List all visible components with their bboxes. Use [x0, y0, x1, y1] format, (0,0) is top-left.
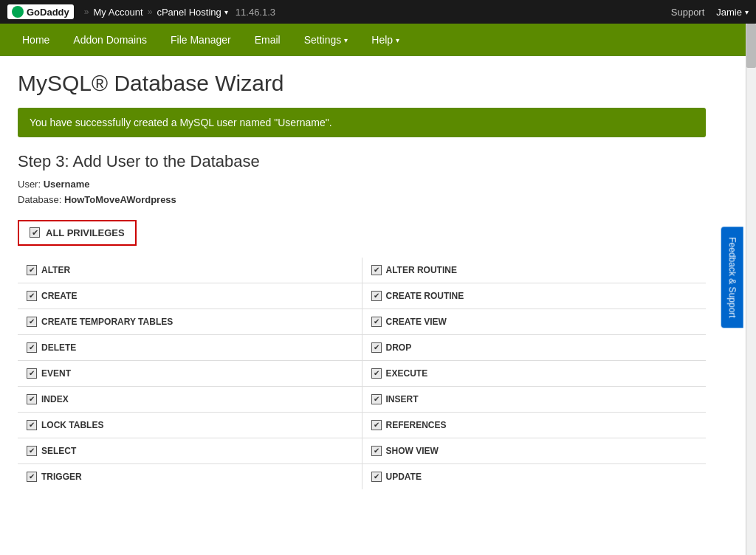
priv-label-right-8: UPDATE: [386, 472, 422, 482]
cpanel-hosting-label: cPanel Hosting: [157, 7, 221, 18]
success-banner: You have successfully created a MySQL us…: [18, 108, 706, 137]
privileges-table: ✔ ALTER ✔ ALTER ROUTINE ✔ CREATE ✔ CREAT…: [18, 258, 706, 489]
priv-label-left-7: SELECT: [41, 446, 76, 456]
priv-checkbox-right-5[interactable]: ✔: [371, 394, 382, 404]
priv-label-right-2: CREATE VIEW: [386, 317, 447, 327]
all-privileges-checkbox-box[interactable]: ✔ ALL PRIVILEGES: [18, 220, 137, 246]
nav-help-label: Help: [371, 34, 393, 46]
priv-checkbox-left-5[interactable]: ✔: [27, 394, 37, 404]
nav-help[interactable]: Help ▾: [361, 28, 410, 52]
privilege-cell-left[interactable]: ✔ ALTER: [18, 258, 362, 283]
privilege-row: ✔ DELETE ✔ DROP: [18, 335, 706, 361]
privilege-cell-left[interactable]: ✔ LOCK TABLES: [18, 413, 362, 438]
priv-checkbox-left-2[interactable]: ✔: [27, 317, 37, 327]
privilege-cell-left[interactable]: ✔ DELETE: [18, 335, 362, 360]
privilege-cell-right[interactable]: ✔ REFERENCES: [362, 413, 707, 438]
priv-label-left-1: CREATE: [41, 291, 77, 301]
scrollbar-thumb[interactable]: [746, 24, 756, 68]
settings-dropdown-icon: ▾: [344, 36, 348, 44]
privilege-row: ✔ EVENT ✔ EXECUTE: [18, 361, 706, 387]
privilege-cell-right[interactable]: ✔ ALTER ROUTINE: [362, 258, 707, 283]
priv-checkbox-left-6[interactable]: ✔: [27, 420, 37, 430]
priv-checkbox-right-6[interactable]: ✔: [371, 420, 382, 430]
priv-label-right-6: REFERENCES: [386, 420, 447, 430]
version-label: 11.46.1.3: [236, 7, 275, 18]
priv-label-left-2: CREATE TEMPORARY TABLES: [41, 317, 173, 327]
feedback-tab[interactable]: Feedback & Support: [721, 227, 743, 328]
priv-checkbox-left-7[interactable]: ✔: [27, 446, 37, 456]
user-label: Jamie: [716, 7, 742, 18]
privilege-cell-right[interactable]: ✔ CREATE ROUTINE: [362, 283, 707, 308]
priv-checkbox-left-1[interactable]: ✔: [27, 291, 37, 301]
user-value: Username: [44, 179, 90, 190]
user-menu[interactable]: Jamie ▾: [716, 7, 749, 18]
user-label-text: User:: [18, 179, 41, 190]
priv-checkbox-left-0[interactable]: ✔: [27, 265, 37, 275]
priv-checkbox-right-2[interactable]: ✔: [371, 317, 382, 327]
privilege-cell-left[interactable]: ✔ EVENT: [18, 361, 362, 386]
step-title: Step 3: Add User to the Database: [18, 152, 706, 171]
nav-email[interactable]: Email: [244, 28, 291, 52]
my-account-link[interactable]: My Account: [93, 7, 142, 18]
nav-file-manager-label: File Manager: [171, 34, 231, 46]
priv-label-left-8: TRIGGER: [41, 472, 82, 482]
nav-addon-domains-label: Addon Domains: [73, 34, 147, 46]
privilege-row: ✔ CREATE TEMPORARY TABLES ✔ CREATE VIEW: [18, 309, 706, 335]
priv-label-left-4: EVENT: [41, 368, 71, 379]
privilege-cell-left[interactable]: ✔ CREATE: [18, 283, 362, 308]
help-dropdown-icon: ▾: [396, 36, 399, 44]
priv-checkbox-right-4[interactable]: ✔: [371, 368, 382, 379]
privilege-cell-right[interactable]: ✔ EXECUTE: [362, 361, 707, 386]
priv-label-right-1: CREATE ROUTINE: [386, 291, 464, 301]
user-info: User: Username Database: HowToMoveAWordp…: [18, 177, 706, 208]
priv-checkbox-right-3[interactable]: ✔: [371, 342, 382, 353]
priv-checkbox-left-8[interactable]: ✔: [27, 472, 37, 482]
privilege-cell-left[interactable]: ✔ SELECT: [18, 438, 362, 463]
privilege-row: ✔ SELECT ✔ SHOW VIEW: [18, 438, 706, 464]
godaddy-logo[interactable]: GoDaddy: [7, 4, 74, 19]
privilege-cell-right[interactable]: ✔ CREATE VIEW: [362, 309, 707, 334]
main-content: MySQL® Database Wizard You have successf…: [0, 56, 724, 504]
breadcrumb-arrow-2: »: [148, 7, 153, 17]
privilege-cell-left[interactable]: ✔ CREATE TEMPORARY TABLES: [18, 309, 362, 334]
nav-settings-label: Settings: [304, 34, 342, 46]
page-title: MySQL® Database Wizard: [18, 71, 706, 96]
privilege-cell-right[interactable]: ✔ INSERT: [362, 387, 707, 412]
priv-label-right-0: ALTER ROUTINE: [386, 265, 457, 275]
privilege-row: ✔ ALTER ✔ ALTER ROUTINE: [18, 258, 706, 283]
nav-addon-domains[interactable]: Addon Domains: [63, 28, 157, 52]
privilege-cell-left[interactable]: ✔ INDEX: [18, 387, 362, 412]
nav-file-manager[interactable]: File Manager: [160, 28, 241, 52]
user-dropdown-icon: ▾: [745, 8, 749, 16]
priv-checkbox-right-8[interactable]: ✔: [371, 472, 382, 482]
all-privileges-checkbox[interactable]: ✔: [30, 227, 40, 238]
priv-checkbox-right-1[interactable]: ✔: [371, 291, 382, 301]
nav-email-label: Email: [255, 34, 281, 46]
privilege-cell-left[interactable]: ✔ TRIGGER: [18, 464, 362, 489]
priv-checkbox-right-7[interactable]: ✔: [371, 446, 382, 456]
scrollbar[interactable]: [746, 24, 756, 504]
privilege-cell-right[interactable]: ✔ DROP: [362, 335, 707, 360]
priv-checkbox-left-4[interactable]: ✔: [27, 368, 37, 379]
privilege-cell-right[interactable]: ✔ SHOW VIEW: [362, 438, 707, 463]
priv-label-left-5: INDEX: [41, 394, 69, 404]
nav-bar: Home Addon Domains File Manager Email Se…: [0, 24, 756, 56]
priv-checkbox-right-0[interactable]: ✔: [371, 265, 382, 275]
cpanel-hosting-link[interactable]: cPanel Hosting ▾: [157, 7, 227, 18]
priv-label-right-3: DROP: [386, 342, 412, 353]
logo-text: GoDaddy: [27, 7, 69, 18]
privilege-row: ✔ LOCK TABLES ✔ REFERENCES: [18, 413, 706, 438]
privilege-cell-right[interactable]: ✔ UPDATE: [362, 464, 707, 489]
godaddy-icon: [12, 6, 24, 18]
nav-settings[interactable]: Settings ▾: [294, 28, 359, 52]
support-link[interactable]: Support: [671, 7, 705, 18]
priv-label-right-5: INSERT: [386, 394, 419, 404]
nav-home[interactable]: Home: [12, 28, 60, 52]
privilege-row: ✔ INDEX ✔ INSERT: [18, 387, 706, 413]
top-bar: GoDaddy » My Account » cPanel Hosting ▾ …: [0, 0, 756, 24]
priv-label-right-7: SHOW VIEW: [386, 446, 439, 456]
priv-checkbox-left-3[interactable]: ✔: [27, 342, 37, 353]
cpanel-dropdown-icon: ▾: [224, 8, 228, 16]
privilege-row: ✔ CREATE ✔ CREATE ROUTINE: [18, 283, 706, 309]
priv-label-right-4: EXECUTE: [386, 368, 428, 379]
